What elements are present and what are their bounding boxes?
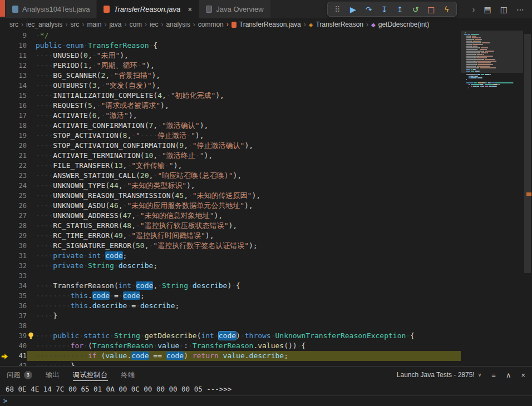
breadcrumb-item[interactable]: src xyxy=(70,21,79,28)
line-content[interactable]: ········this.describe·=·describe; xyxy=(27,301,461,311)
editor[interactable]: 9·*/10public·enum·TransferReason·{11····… xyxy=(0,31,532,366)
breadcrumb-item[interactable]: main xyxy=(87,21,101,28)
breadcrumb-item[interactable]: com xyxy=(129,21,142,28)
code-line-33[interactable]: 33 xyxy=(0,271,461,281)
line-content[interactable]: ····private·String·describe; xyxy=(27,261,461,271)
minimap[interactable] xyxy=(461,31,523,366)
code-line-13[interactable]: 13····BG_SCANNER(2,·"背景扫描"), xyxy=(0,71,461,81)
code-line-27[interactable]: 27····UNKNOWN_ADDRESS(47,·"未知的信息对象地址"), xyxy=(0,211,461,221)
code-line-28[interactable]: 28····RC_STATUS_ERROR(48,·"遥控执行软压板状态错误")… xyxy=(0,221,461,231)
code-line-24[interactable]: 24····UNKNOWN_TYPE(44,·"未知的类型标识"), xyxy=(0,181,461,191)
split-editor-icon[interactable]: ◫ xyxy=(500,5,508,14)
line-content[interactable]: ····TransferReason(int·code,·String·desc… xyxy=(27,281,461,291)
code-line-41[interactable]: 41············if·(value.code·==·code)·re… xyxy=(0,351,461,361)
line-content[interactable]: public·enum·TransferReason·{ xyxy=(27,41,461,51)
line-content[interactable]: ····ANSWER_STATION_CALL(20,·"响应站召唤(总召唤)"… xyxy=(27,171,461,181)
code-line-22[interactable]: 22····FILE_TRANSFER(13,·"文件传输·"), xyxy=(0,161,461,171)
line-content[interactable]: ····ACTIVATE_TERMINATION(10,·"激活终止·"), xyxy=(27,151,461,161)
code-line-15[interactable]: 15····INITIALIZATION_COMPLETE(4,·"初始化完成"… xyxy=(0,91,461,101)
code-line-10[interactable]: 10public·enum·TransferReason·{ xyxy=(0,41,461,51)
line-content[interactable]: ····STOP_ACTIVATION_CONFIRMATION(9,·"停止激… xyxy=(27,141,461,151)
code-line-38[interactable]: 38 xyxy=(0,321,461,331)
console-input-row[interactable]: > xyxy=(0,395,532,406)
line-content[interactable]: ····UNUSED(0,·"未用"), xyxy=(27,51,461,61)
glyph-margin[interactable] xyxy=(0,41,10,51)
notebook-icon[interactable]: ▤ xyxy=(484,5,491,14)
line-content[interactable]: ········for·(TransferReason·value·:·Tran… xyxy=(27,341,461,351)
panel-tab-output[interactable]: 输出 xyxy=(46,367,60,383)
code-line-26[interactable]: 26····UNKNOWN_ASDU(46,·"未知的应用服务数据单元公共地址"… xyxy=(0,201,461,211)
code-line-36[interactable]: 36········this.describe·=·describe; xyxy=(0,301,461,311)
glyph-margin[interactable] xyxy=(0,81,10,91)
console-actions-icon[interactable]: ≡ xyxy=(491,371,496,379)
breadcrumb-item[interactable]: java xyxy=(109,21,121,28)
step-over-icon[interactable]: ↷ xyxy=(361,3,376,16)
line-content[interactable]: ····ACTIVATE(6,·"激活"), xyxy=(27,111,461,121)
glyph-margin[interactable] xyxy=(0,281,10,291)
code-line-34[interactable]: 34····TransferReason(int·code,·String·de… xyxy=(0,281,461,291)
tab-transferreason[interactable]: TransferReason.java× xyxy=(97,0,199,18)
line-content[interactable] xyxy=(27,271,461,281)
code-line-37[interactable]: 37····} xyxy=(0,311,461,321)
line-content[interactable]: ····FILE_TRANSFER(13,·"文件传输·"), xyxy=(27,161,461,171)
glyph-margin[interactable] xyxy=(0,31,10,41)
scrollbar-thumb[interactable] xyxy=(524,34,531,273)
glyph-margin[interactable] xyxy=(0,301,10,311)
tab-java-overview[interactable]: Java Overview xyxy=(199,0,270,18)
glyph-margin[interactable] xyxy=(0,91,10,101)
glyph-margin[interactable] xyxy=(0,131,10,141)
line-content[interactable]: ····REQUEST(5,·"请求或者被请求"), xyxy=(27,101,461,111)
breadcrumb-method[interactable]: ◆getDdescribe(int) xyxy=(371,21,429,28)
line-content[interactable]: ····} xyxy=(27,311,461,321)
breadcrumb-item[interactable]: src xyxy=(9,21,18,28)
code-line-18[interactable]: 18····ACTIVATE_CONFIRMATION(7,·"激活确认"), xyxy=(0,121,461,131)
step-into-icon[interactable]: ↧ xyxy=(377,3,392,16)
maximize-panel-icon[interactable]: ∧ xyxy=(506,371,511,379)
line-content[interactable]: ····RC_STATUS_ERROR(48,·"遥控执行软压板状态错误"), xyxy=(27,221,461,231)
glyph-margin[interactable] xyxy=(0,311,10,321)
tab-analysis104test[interactable]: Analysis104Test.java xyxy=(6,0,97,18)
line-content[interactable]: ····STOP_ACTIVATION(8,·"····停止激活·"), xyxy=(27,131,461,141)
glyph-margin[interactable] xyxy=(0,351,10,361)
code-line-16[interactable]: 16····REQUEST(5,·"请求或者被请求"), xyxy=(0,101,461,111)
glyph-margin[interactable] xyxy=(0,51,10,61)
glyph-margin[interactable] xyxy=(0,341,10,351)
glyph-margin[interactable] xyxy=(0,101,10,111)
glyph-margin[interactable] xyxy=(0,331,10,341)
line-content[interactable]: ····UNKNOWN_TYPE(44,·"未知的类型标识"), xyxy=(27,181,461,191)
line-content[interactable] xyxy=(27,321,461,331)
more-actions-icon[interactable]: ⋯ xyxy=(516,5,524,14)
line-content[interactable]: ············if·(value.code·==·code)·retu… xyxy=(27,351,461,361)
restart-icon[interactable]: ↺ xyxy=(408,3,423,16)
stop-icon[interactable]: □ xyxy=(423,3,439,16)
line-content[interactable]: ········} xyxy=(27,361,461,366)
glyph-margin[interactable] xyxy=(0,251,10,261)
glyph-margin[interactable] xyxy=(0,211,10,221)
code-line-32[interactable]: 32····private·String·describe; xyxy=(0,261,461,271)
hot-code-replace-icon[interactable]: ϟ xyxy=(439,3,454,16)
code-line-17[interactable]: 17····ACTIVATE(6,·"激活"), xyxy=(0,111,461,121)
breadcrumb-item[interactable]: iec xyxy=(150,21,158,28)
line-content[interactable]: ····INITIALIZATION_COMPLETE(4,·"初始化完成"), xyxy=(27,91,461,101)
line-content[interactable]: ····ACTIVATE_CONFIRMATION(7,·"激活确认"), xyxy=(27,121,461,131)
panel-tab-terminal[interactable]: 终端 xyxy=(121,367,135,383)
line-content[interactable]: ····UNKNOWN_ASDU(46,·"未知的应用服务数据单元公共地址"), xyxy=(27,201,461,211)
code-line-11[interactable]: 11····UNUSED(0,·"未用"), xyxy=(0,51,461,61)
line-content[interactable]: ····PERIOD(1,·"周期、循环·"), xyxy=(27,61,461,71)
glyph-margin[interactable] xyxy=(0,151,10,161)
panel-tab-problems[interactable]: 问题3 xyxy=(7,367,32,383)
glyph-margin[interactable] xyxy=(0,121,10,131)
glyph-margin[interactable] xyxy=(0,181,10,191)
glyph-margin[interactable] xyxy=(0,161,10,171)
line-content[interactable]: ····RC_TIME_ERROR(49,·"遥控执行时间戳错误"), xyxy=(27,231,461,241)
glyph-margin[interactable] xyxy=(0,171,10,181)
code-line-40[interactable]: 40········for·(TransferReason·value·:·Tr… xyxy=(0,341,461,351)
glyph-margin[interactable] xyxy=(0,61,10,71)
tab-overflow-chevron[interactable]: › xyxy=(472,5,475,14)
glyph-margin[interactable] xyxy=(0,291,10,301)
code-line-14[interactable]: 14····OUTBURST(3,·"突发(自发)"), xyxy=(0,81,461,91)
breadcrumb-file[interactable]: TransferReason.java xyxy=(231,21,301,28)
glyph-margin[interactable] xyxy=(0,201,10,211)
glyph-margin[interactable] xyxy=(0,321,10,331)
code-line-31[interactable]: 31····private·int·code; xyxy=(0,251,461,261)
